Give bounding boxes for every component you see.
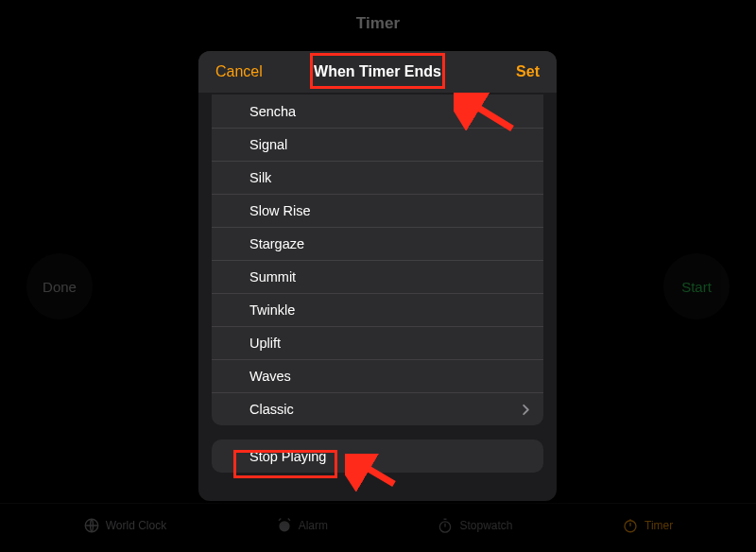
done-button-label: Done	[43, 279, 77, 295]
tab-timer-label: Timer	[644, 519, 673, 532]
globe-icon	[83, 517, 100, 534]
svg-point-1	[279, 521, 289, 531]
list-item-label: Twinkle	[249, 302, 295, 318]
list-item[interactable]: Stargaze	[212, 227, 543, 260]
when-timer-ends-sheet: Cancel When Timer Ends Set Sencha Signal…	[198, 51, 557, 501]
list-item-label: Signal	[249, 137, 287, 152]
timer-icon	[622, 517, 639, 534]
done-button[interactable]: Done	[26, 253, 93, 319]
list-item-label: Stargaze	[249, 236, 304, 251]
list-item[interactable]: Sencha	[212, 95, 543, 128]
list-item[interactable]: Silk	[212, 161, 543, 194]
page-title: Timer	[0, 14, 756, 33]
stop-playing-row[interactable]: Stop Playing	[212, 440, 543, 473]
start-button[interactable]: Start	[663, 253, 730, 319]
tab-world-clock-label: World Clock	[106, 519, 166, 532]
chevron-right-icon	[522, 404, 530, 416]
tab-stopwatch[interactable]: Stopwatch	[437, 517, 512, 534]
list-item-label: Slow Rise	[249, 203, 310, 218]
set-button[interactable]: Set	[516, 63, 540, 80]
tab-stopwatch-label: Stopwatch	[459, 519, 512, 532]
cancel-button[interactable]: Cancel	[215, 63, 263, 80]
start-button-label: Start	[681, 279, 712, 295]
list-item[interactable]: Waves	[212, 359, 543, 392]
list-item-classic[interactable]: Classic	[212, 392, 543, 425]
sound-list: Sencha Signal Silk Slow Rise Stargaze Su…	[212, 95, 543, 425]
list-item[interactable]: Uplift	[212, 326, 543, 359]
list-item-label: Waves	[249, 369, 291, 384]
tab-bar: World Clock Alarm Stopwatch Timer	[0, 503, 756, 546]
list-item-label: Uplift	[249, 336, 281, 351]
tab-alarm[interactable]: Alarm	[276, 517, 328, 534]
list-item-label: Summit	[249, 269, 296, 285]
tab-alarm-label: Alarm	[299, 519, 328, 532]
stopwatch-icon	[437, 517, 454, 534]
alarm-icon	[276, 517, 293, 534]
list-item[interactable]: Summit	[212, 260, 543, 293]
list-item[interactable]: Slow Rise	[212, 194, 543, 227]
list-item-label: Silk	[249, 170, 271, 185]
list-item-label: Classic	[249, 402, 294, 417]
stop-playing-group: Stop Playing	[212, 440, 543, 473]
sheet-body[interactable]: Sencha Signal Silk Slow Rise Stargaze Su…	[198, 93, 557, 501]
list-item[interactable]: Signal	[212, 128, 543, 161]
list-item-label: Sencha	[249, 104, 296, 119]
tab-world-clock[interactable]: World Clock	[83, 517, 166, 534]
list-item[interactable]: Twinkle	[212, 293, 543, 326]
stop-playing-label: Stop Playing	[249, 449, 326, 464]
tab-timer[interactable]: Timer	[622, 517, 673, 534]
sheet-header: Cancel When Timer Ends Set	[198, 51, 557, 93]
